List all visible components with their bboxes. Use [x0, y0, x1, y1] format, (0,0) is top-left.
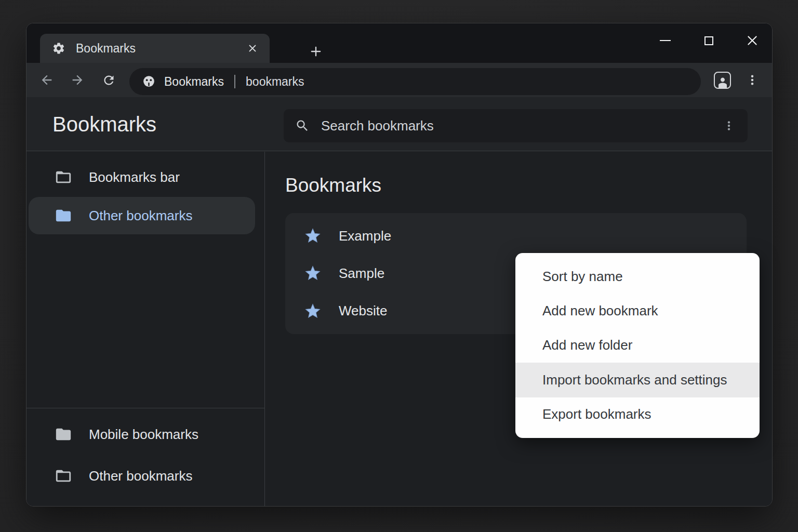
sidebar-divider [26, 408, 264, 408]
window-close-icon[interactable] [745, 33, 760, 48]
sidebar-item-other-bookmarks-bottom[interactable]: Other bookmarks [26, 458, 264, 494]
tab-title: Bookmarks [76, 42, 244, 56]
browser-toolbar: Bookmarks bookmarks [26, 63, 772, 97]
sidebar-item-label: Bookmarks bar [89, 169, 180, 185]
bookmark-row-example[interactable]: Example [285, 217, 747, 255]
folder-filled-icon [55, 425, 72, 443]
forward-icon[interactable] [66, 69, 89, 91]
maximize-icon[interactable] [701, 33, 716, 48]
context-menu: Sort by name Add new bookmark Add new fo… [515, 253, 760, 438]
sidebar-item-bookmarks-bar[interactable]: Bookmarks bar [26, 159, 264, 195]
gear-icon [52, 42, 65, 55]
sidebar-item-other-bookmarks-selected[interactable]: Other bookmarks [29, 197, 255, 234]
address-separator [234, 75, 235, 88]
menu-item-add-new-bookmark[interactable]: Add new bookmark [515, 294, 760, 328]
tab-strip: Bookmarks [26, 23, 772, 63]
folder-outline-icon [55, 467, 72, 485]
browser-menu-kebab-icon[interactable] [741, 69, 764, 91]
profile-avatar[interactable] [714, 72, 731, 89]
page-title: Bookmarks [52, 112, 156, 136]
minimize-icon[interactable] [658, 33, 672, 48]
menu-item-add-new-folder[interactable]: Add new folder [515, 328, 760, 363]
search-options-kebab-icon[interactable] [723, 119, 735, 132]
search-icon [295, 118, 310, 133]
search-bar[interactable] [284, 109, 748, 142]
folder-outline-icon [55, 168, 72, 186]
tab-close-icon[interactable] [244, 39, 261, 57]
bookmarks-header: Bookmarks [26, 97, 772, 151]
desktop-background: Bookmarks [0, 0, 798, 532]
address-bar[interactable]: Bookmarks bookmarks [129, 68, 701, 95]
new-tab-button[interactable] [301, 40, 331, 63]
address-path: bookmarks [246, 75, 304, 89]
sidebar-item-label: Other bookmarks [89, 208, 192, 224]
site-favicon-icon [142, 75, 156, 89]
folder-heading: Bookmarks [285, 175, 381, 196]
star-icon [304, 265, 321, 282]
menu-item-import-bookmarks[interactable]: Import bookmarks and settings [515, 363, 760, 397]
sidebar-item-label: Other bookmarks [89, 468, 192, 484]
browser-tab[interactable]: Bookmarks [40, 34, 270, 63]
sidebar: Bookmarks bar Other bookmarks Mobile boo… [26, 152, 264, 507]
search-input[interactable] [321, 118, 711, 134]
menu-item-export-bookmarks[interactable]: Export bookmarks [515, 397, 760, 432]
bookmark-title: Example [339, 228, 391, 244]
sidebar-item-mobile-bookmarks[interactable]: Mobile bookmarks [26, 416, 264, 453]
back-icon[interactable] [35, 69, 58, 91]
window-controls [658, 23, 760, 58]
sidebar-item-label: Mobile bookmarks [89, 427, 198, 443]
bookmark-title: Website [339, 303, 387, 319]
folder-filled-icon [55, 207, 72, 224]
reload-icon[interactable] [97, 69, 120, 91]
bookmark-title: Sample [339, 265, 384, 282]
address-site-name: Bookmarks [164, 75, 224, 89]
menu-item-sort-by-name[interactable]: Sort by name [515, 259, 760, 294]
star-icon [304, 303, 321, 320]
star-icon [304, 228, 321, 244]
